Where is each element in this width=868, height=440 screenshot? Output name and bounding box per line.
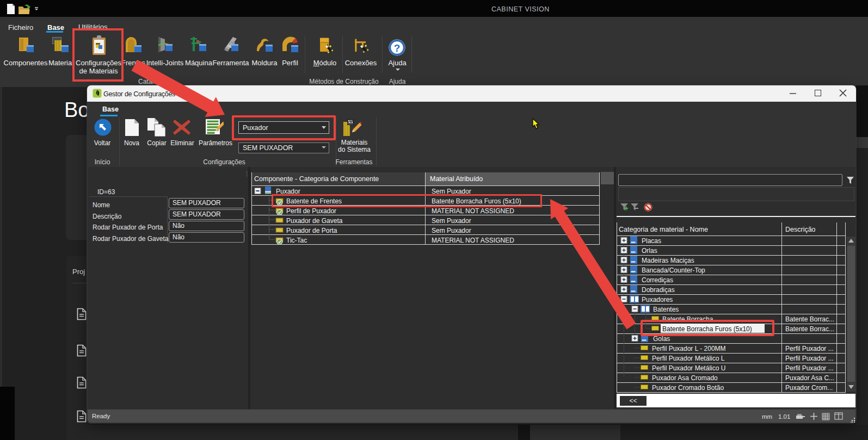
svg-text:?: ? (394, 42, 401, 54)
